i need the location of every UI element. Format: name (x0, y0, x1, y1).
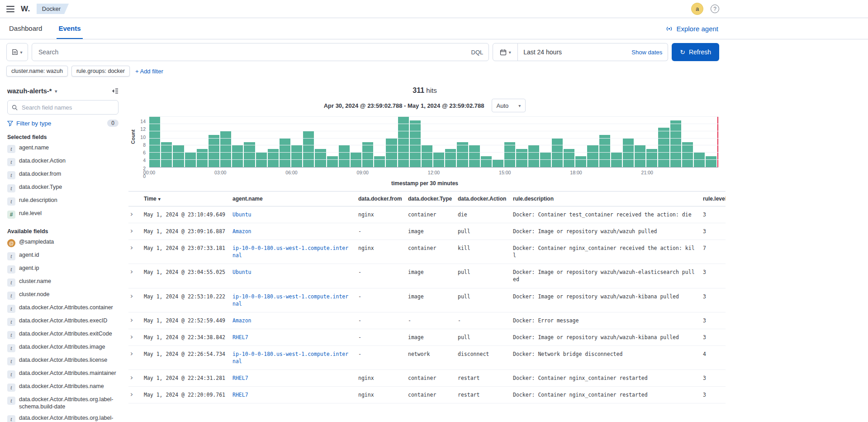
column-header-rule.description[interactable]: rule.description (509, 192, 699, 206)
field-item-data.docker.Actor.Attributes.org.label-schema.license[interactable]: tdata.docker.Actor.Attributes.org.label-… (7, 412, 119, 422)
add-filter-button[interactable]: + Add filter (135, 68, 163, 75)
agent-name-link[interactable]: ip-10-0-0-180.us-west-1.compute.internal (232, 245, 348, 259)
histogram-bar[interactable] (658, 128, 669, 167)
histogram-bar[interactable] (706, 156, 716, 167)
refresh-button[interactable]: ↻ Refresh (672, 43, 719, 61)
histogram-bar[interactable] (327, 156, 338, 167)
filter-pill[interactable]: cluster.name: wazuh (6, 66, 68, 77)
field-item-data.docker.Action[interactable]: tdata.docker.Action (7, 155, 119, 168)
filter-by-type-button[interactable]: Filter by type (7, 120, 51, 127)
field-search-input[interactable] (21, 104, 114, 111)
search-input[interactable] (38, 48, 468, 56)
histogram-bar[interactable] (209, 135, 219, 167)
dql-label[interactable]: DQL (471, 49, 484, 56)
histogram-bar[interactable] (445, 149, 456, 167)
histogram-bar[interactable] (161, 142, 172, 168)
histogram-bar[interactable] (339, 145, 350, 167)
field-item-rule.level[interactable]: #rule.level (7, 208, 119, 221)
field-item-data.docker.Type[interactable]: tdata.docker.Type (7, 182, 119, 195)
time-range-value[interactable]: Last 24 hours (523, 48, 562, 56)
field-item-@sampledata[interactable]: @@sampledata (7, 236, 119, 249)
expand-row-button[interactable]: › (129, 211, 134, 217)
histogram-bar[interactable] (244, 142, 255, 168)
agent-name-link[interactable]: RHEL7 (232, 392, 248, 398)
histogram-bar[interactable] (374, 156, 385, 167)
tab-events[interactable]: Events (57, 18, 82, 39)
interval-select[interactable]: Auto ▾ (492, 99, 526, 112)
histogram-bar[interactable] (232, 145, 243, 167)
field-item-data.docker.Actor.Attributes.container[interactable]: tdata.docker.Actor.Attributes.container (7, 302, 119, 315)
date-picker-button[interactable]: ▾ (493, 43, 518, 61)
agent-name-link[interactable]: RHEL7 (232, 334, 248, 340)
histogram-bar[interactable] (481, 156, 492, 167)
agent-name-link[interactable]: Amazon (232, 228, 251, 235)
histogram-bar[interactable] (268, 149, 279, 167)
column-header-data.docker.from[interactable]: data.docker.from (355, 192, 404, 206)
expand-row-button[interactable]: › (129, 245, 134, 251)
histogram-bar[interactable] (635, 145, 645, 167)
field-item-data.docker.Actor.Attributes.maintainer[interactable]: tdata.docker.Actor.Attributes.maintainer (7, 368, 119, 381)
histogram-bar[interactable] (315, 149, 326, 167)
histogram-bar[interactable] (516, 149, 527, 167)
wazuh-logo[interactable]: W. (21, 5, 30, 14)
field-item-data.docker.Actor.Attributes.license[interactable]: tdata.docker.Actor.Attributes.license (7, 355, 119, 368)
field-item-rule.description[interactable]: trule.description (7, 195, 119, 208)
agent-name-link[interactable]: Ubuntu (232, 211, 251, 218)
field-item-agent.ip[interactable]: tagent.ip (7, 263, 119, 276)
field-item-data.docker.from[interactable]: tdata.docker.from (7, 168, 119, 182)
expand-row-button[interactable]: › (129, 392, 134, 398)
field-item-cluster.node[interactable]: tcluster.node (7, 289, 119, 302)
histogram-bar[interactable] (173, 145, 184, 167)
histogram-bar[interactable] (575, 156, 586, 167)
field-item-data.docker.Actor.Attributes.org.label-schema.build-date[interactable]: tdata.docker.Actor.Attributes.org.label-… (7, 394, 119, 412)
column-header-agent.name[interactable]: agent.name (229, 192, 355, 206)
index-pattern-selector[interactable]: wazuh-alerts-* ▾ (7, 87, 57, 95)
help-icon[interactable]: ? (711, 5, 719, 13)
histogram-bar[interactable] (362, 142, 373, 168)
histogram-bar[interactable] (457, 142, 468, 168)
histogram-bar[interactable] (220, 131, 231, 167)
field-item-agent.name[interactable]: tagent.name (7, 142, 119, 155)
histogram-bar[interactable] (303, 131, 314, 167)
expand-row-button[interactable]: › (129, 228, 134, 234)
histogram-bar[interactable] (410, 120, 421, 167)
expand-row-button[interactable]: › (129, 317, 134, 323)
breadcrumb[interactable]: Docker (37, 4, 69, 14)
agent-name-link[interactable]: ip-10-0-0-180.us-west-1.compute.internal (232, 351, 348, 364)
histogram-bar[interactable] (469, 145, 480, 167)
histogram-bar[interactable] (197, 149, 208, 167)
explore-agent-button[interactable]: Explore agent (665, 18, 718, 39)
filter-pill[interactable]: rule.groups: docker (71, 66, 130, 77)
expand-row-button[interactable]: › (129, 269, 134, 275)
histogram-bar[interactable] (599, 135, 610, 167)
field-item-cluster.name[interactable]: tcluster.name (7, 276, 119, 289)
column-header-data.docker.Action[interactable]: data.docker.Action (454, 192, 509, 206)
expand-row-button[interactable]: › (129, 375, 134, 381)
histogram-bar[interactable] (528, 145, 539, 167)
agent-name-link[interactable]: Amazon (232, 317, 251, 324)
column-header-Time[interactable]: Time▾ (140, 192, 229, 206)
expand-row-button[interactable]: › (129, 334, 134, 340)
histogram-bar[interactable] (504, 142, 515, 168)
expand-row-button[interactable]: › (129, 293, 134, 299)
histogram-bar[interactable] (564, 149, 574, 167)
agent-name-link[interactable]: RHEL7 (232, 375, 248, 381)
tab-dashboard[interactable]: Dashboard (7, 18, 44, 39)
plot-area[interactable] (149, 117, 718, 168)
histogram-bar[interactable] (670, 120, 681, 167)
field-item-data.docker.Actor.Attributes.name[interactable]: tdata.docker.Actor.Attributes.name (7, 381, 119, 394)
histogram-bar[interactable] (291, 145, 302, 167)
show-dates-button[interactable]: Show dates (631, 49, 662, 56)
field-item-data.docker.Actor.Attributes.exitCode[interactable]: tdata.docker.Actor.Attributes.exitCode (7, 328, 119, 341)
histogram-bar[interactable] (587, 145, 598, 167)
avatar[interactable]: a (691, 3, 703, 15)
menu-icon[interactable] (6, 6, 14, 12)
field-item-agent.id[interactable]: tagent.id (7, 249, 119, 263)
histogram-bar[interactable] (646, 149, 657, 167)
agent-name-link[interactable]: Ubuntu (232, 269, 251, 275)
column-header-data.docker.Type[interactable]: data.docker.Type (404, 192, 454, 206)
histogram-bar[interactable] (422, 145, 432, 167)
collapse-sidebar-icon[interactable] (111, 87, 119, 95)
field-item-data.docker.Actor.Attributes.image[interactable]: tdata.docker.Actor.Attributes.image (7, 341, 119, 355)
column-header-rule.level[interactable]: rule.level (699, 192, 726, 206)
